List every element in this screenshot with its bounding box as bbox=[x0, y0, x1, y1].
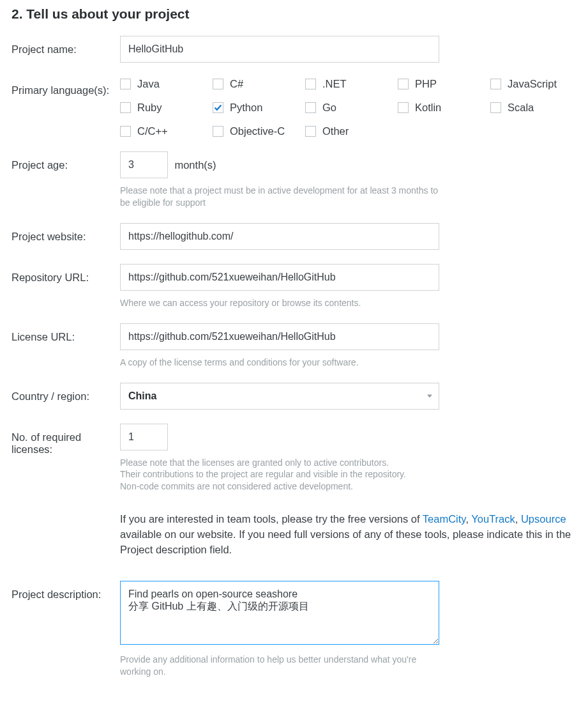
checkbox-icon bbox=[398, 102, 409, 113]
language-grid: JavaC#.NETPHPJavaScriptRubyPythonGoKotli… bbox=[120, 77, 577, 137]
checkbox-icon bbox=[305, 79, 316, 89]
licenses-input[interactable] bbox=[120, 424, 168, 450]
license-url-helper: A copy of the license terms and conditio… bbox=[120, 357, 439, 369]
licenses-helper: Please note that the licenses are grante… bbox=[120, 457, 439, 493]
language-checkbox-java[interactable]: Java bbox=[120, 78, 206, 90]
checkbox-icon bbox=[398, 79, 409, 89]
licenses-label: No. of required licenses: bbox=[11, 424, 120, 456]
language-label: Go bbox=[322, 102, 336, 114]
project-website-label: Project website: bbox=[11, 223, 120, 243]
language-checkbox-dotnet[interactable]: .NET bbox=[305, 78, 391, 90]
language-checkbox-cpp[interactable]: C/C++ bbox=[120, 125, 206, 137]
language-checkbox-ruby[interactable]: Ruby bbox=[120, 102, 206, 114]
language-checkbox-csharp[interactable]: C# bbox=[213, 78, 299, 90]
language-checkbox-go[interactable]: Go bbox=[305, 102, 391, 114]
project-age-helper: Please note that a project must be in ac… bbox=[120, 185, 439, 209]
country-label: Country / region: bbox=[11, 383, 120, 403]
language-checkbox-python[interactable]: Python bbox=[213, 102, 299, 114]
language-checkbox-kotlin[interactable]: Kotlin bbox=[398, 102, 484, 114]
checkbox-icon bbox=[490, 102, 501, 113]
checkbox-icon bbox=[213, 126, 223, 137]
project-age-unit: month(s) bbox=[174, 159, 216, 171]
language-label: Scala bbox=[508, 102, 534, 114]
language-label: Kotlin bbox=[415, 102, 441, 114]
language-label: PHP bbox=[415, 78, 437, 90]
language-label: Other bbox=[322, 125, 349, 137]
language-label: Java bbox=[137, 78, 160, 90]
checkbox-icon bbox=[490, 79, 501, 89]
checkbox-icon bbox=[120, 126, 131, 137]
project-age-input[interactable] bbox=[120, 151, 168, 178]
language-checkbox-php[interactable]: PHP bbox=[398, 78, 484, 90]
description-textarea[interactable] bbox=[120, 581, 439, 645]
chevron-down-icon bbox=[427, 394, 432, 397]
language-label: Python bbox=[230, 102, 262, 114]
youtrack-link[interactable]: YouTrack bbox=[471, 513, 515, 525]
language-label: .NET bbox=[322, 78, 347, 90]
language-checkbox-objectivec[interactable]: Objective-C bbox=[213, 125, 299, 137]
upsource-link[interactable]: Upsource bbox=[521, 513, 566, 525]
checkbox-icon bbox=[305, 102, 316, 113]
repository-url-label: Repository URL: bbox=[11, 264, 120, 284]
language-label: JavaScript bbox=[508, 78, 557, 90]
language-label: Ruby bbox=[137, 102, 162, 114]
language-label: Objective-C bbox=[230, 125, 285, 137]
checkbox-icon bbox=[213, 79, 223, 89]
country-select[interactable]: China bbox=[120, 383, 439, 410]
section-title: 2. Tell us about your project bbox=[11, 6, 577, 22]
project-website-input[interactable] bbox=[120, 223, 439, 250]
project-name-input[interactable] bbox=[120, 36, 439, 63]
checkbox-icon bbox=[305, 126, 316, 137]
checkbox-icon bbox=[120, 102, 131, 113]
description-label: Project description: bbox=[11, 581, 120, 601]
license-url-input[interactable] bbox=[120, 323, 439, 350]
teamcity-link[interactable]: TeamCity bbox=[423, 513, 466, 525]
project-age-label: Project age: bbox=[11, 151, 120, 171]
repository-url-helper: Where we can access your repository or b… bbox=[120, 297, 439, 309]
language-checkbox-javascript[interactable]: JavaScript bbox=[490, 78, 577, 90]
team-tools-info: If you are interested in team tools, ple… bbox=[120, 512, 577, 558]
checkbox-icon bbox=[213, 102, 223, 113]
language-checkbox-other[interactable]: Other bbox=[305, 125, 391, 137]
description-helper: Provide any additional information to he… bbox=[120, 654, 439, 678]
language-label: C# bbox=[230, 78, 243, 90]
project-name-label: Project name: bbox=[11, 36, 120, 56]
repository-url-input[interactable] bbox=[120, 264, 439, 291]
country-value: China bbox=[128, 390, 156, 401]
primary-languages-label: Primary language(s): bbox=[11, 77, 120, 96]
license-url-label: License URL: bbox=[11, 323, 120, 343]
language-label: C/C++ bbox=[137, 125, 168, 137]
language-checkbox-scala[interactable]: Scala bbox=[490, 102, 577, 114]
checkbox-icon bbox=[120, 79, 131, 89]
